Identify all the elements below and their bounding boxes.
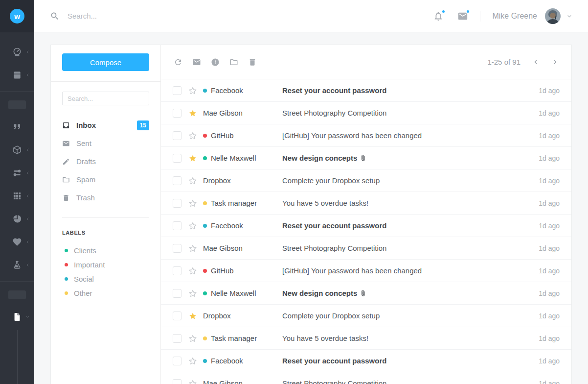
row-time: 1d ago <box>539 154 560 162</box>
folder-list: Inbox15SentDraftsSpamTrash <box>51 116 160 207</box>
row-checkbox[interactable] <box>173 266 181 275</box>
label-item-clients[interactable]: Clients <box>51 243 160 258</box>
report-spam-button[interactable] <box>211 58 220 67</box>
label-item-social[interactable]: Social <box>51 272 160 286</box>
row-sender-cell: Facebook <box>203 357 282 365</box>
row-star-filled-icon[interactable] <box>188 154 197 163</box>
row-checkbox[interactable] <box>173 312 181 320</box>
user-name[interactable]: Mike Greene <box>492 12 537 21</box>
row-star-outline-icon[interactable] <box>188 221 197 230</box>
row-star-filled-icon[interactable] <box>188 312 197 320</box>
labels-heading: LABELS <box>51 230 160 236</box>
row-checkbox[interactable] <box>173 199 181 208</box>
sidebar-item-drawer[interactable] <box>0 63 34 86</box>
folder-label: Spam <box>76 175 95 184</box>
sidebar-item-toggles[interactable] <box>0 161 34 184</box>
notifications-button[interactable] <box>433 11 444 22</box>
grid-icon <box>12 191 22 201</box>
row-star-outline-icon[interactable] <box>188 86 197 95</box>
search-icon[interactable] <box>50 11 60 21</box>
row-checkbox[interactable] <box>173 221 181 230</box>
row-checkbox[interactable] <box>173 109 181 118</box>
mail-row[interactable]: DropboxComplete your Dropbox setup1d ago <box>161 305 571 327</box>
cube-icon <box>12 145 22 155</box>
mail-row[interactable]: FacebookReset your account password1d ag… <box>161 350 571 372</box>
row-checkbox[interactable] <box>173 154 181 163</box>
row-checkbox[interactable] <box>173 176 181 185</box>
global-search-input[interactable] <box>68 12 204 20</box>
sidebar-item-quote[interactable] <box>0 115 34 138</box>
mail-row[interactable]: Mae GibsonStreet Photography Competition… <box>161 372 571 384</box>
delete-button[interactable] <box>248 58 257 67</box>
mail-row[interactable]: FacebookReset your account password1d ag… <box>161 79 571 102</box>
folder-label: Inbox <box>76 121 96 129</box>
row-checkbox[interactable] <box>173 357 181 365</box>
sidebar-item-gauge[interactable] <box>0 40 34 63</box>
row-sender-cell: Mae Gibson <box>203 109 282 117</box>
row-subject-text: You have 5 overdue tasks! <box>282 334 368 342</box>
avatar[interactable] <box>545 8 561 24</box>
row-checkbox[interactable] <box>173 379 181 384</box>
app-logo[interactable]: w <box>10 9 24 24</box>
sidebar-item-cube[interactable] <box>0 138 34 161</box>
row-star-outline-icon[interactable] <box>188 289 197 298</box>
row-star-outline-icon[interactable] <box>188 266 197 275</box>
row-star-outline-icon[interactable] <box>188 357 197 365</box>
sidebar-item-file[interactable] <box>0 305 34 328</box>
sidebar-item-pie[interactable] <box>0 207 34 230</box>
row-checkbox[interactable] <box>173 289 181 298</box>
row-star-outline-icon[interactable] <box>188 199 197 208</box>
drawer-icon <box>12 70 22 80</box>
row-star-outline-icon[interactable] <box>188 131 197 140</box>
row-subject-text: New design concepts <box>282 289 357 297</box>
label-item-other[interactable]: Other <box>51 286 160 300</box>
mail-search-input[interactable] <box>62 92 149 105</box>
sidebar-item-grid[interactable] <box>0 184 34 207</box>
row-star-filled-icon[interactable] <box>188 109 197 118</box>
mail-row[interactable]: Mae GibsonStreet Photography Competition… <box>161 237 571 260</box>
row-star-outline-icon[interactable] <box>188 176 197 185</box>
row-sender: Nelle Maxwell <box>211 289 256 297</box>
row-checkbox[interactable] <box>173 131 181 140</box>
pagination: 1-25 of 91 <box>487 58 559 66</box>
chevron-left-icon <box>25 49 30 54</box>
row-checkbox[interactable] <box>173 244 181 253</box>
messages-button[interactable] <box>457 11 468 22</box>
row-checkbox[interactable] <box>173 334 181 343</box>
row-subject: [GitHub] Your password has been changed <box>282 266 533 275</box>
folder-item-spam[interactable]: Spam <box>51 170 160 189</box>
refresh-button[interactable] <box>174 58 182 67</box>
mail-row[interactable]: Mae GibsonStreet Photography Competition… <box>161 102 571 124</box>
chevron-left-icon <box>25 216 30 221</box>
mail-row[interactable]: DropboxComplete your Dropbox setup1d ago <box>161 169 571 192</box>
compose-button[interactable]: Compose <box>62 53 149 71</box>
folder-item-drafts[interactable]: Drafts <box>51 152 160 170</box>
row-subject: Complete your Dropbox setup <box>282 176 533 185</box>
move-to-folder-button[interactable] <box>229 58 238 67</box>
row-label-dot <box>203 134 207 138</box>
mail-row[interactable]: Nelle MaxwellNew design concepts1d ago <box>161 282 571 305</box>
sidebar-item-heart[interactable] <box>0 230 34 253</box>
row-checkbox[interactable] <box>173 86 181 95</box>
mail-row[interactable]: GitHub[GitHub] Your password has been ch… <box>161 124 571 147</box>
row-star-outline-icon[interactable] <box>188 379 197 384</box>
user-menu-chevron-icon[interactable] <box>566 13 572 19</box>
folder-item-sent[interactable]: Sent <box>51 134 160 152</box>
mark-read-button[interactable] <box>192 58 201 67</box>
mail-row[interactable]: Task managerYou have 5 overdue tasks!1d … <box>161 192 571 215</box>
row-sender: Facebook <box>211 221 243 230</box>
prev-page-button[interactable] <box>532 58 540 66</box>
sidebar-item-flask[interactable] <box>0 253 34 276</box>
folder-item-inbox[interactable]: Inbox15 <box>51 116 160 134</box>
label-item-important[interactable]: Important <box>51 258 160 272</box>
mail-row[interactable]: Nelle MaxwellNew design concepts1d ago <box>161 147 571 169</box>
mail-row[interactable]: GitHub[GitHub] Your password has been ch… <box>161 260 571 282</box>
folder-item-trash[interactable]: Trash <box>51 189 160 207</box>
next-page-button[interactable] <box>551 58 559 66</box>
mail-row[interactable]: FacebookReset your account password1d ag… <box>161 215 571 237</box>
mail-row[interactable]: Task managerYou have 5 overdue tasks!1d … <box>161 327 571 350</box>
row-star-outline-icon[interactable] <box>188 244 197 253</box>
row-star-outline-icon[interactable] <box>188 334 197 343</box>
label-name: Important <box>74 261 105 269</box>
row-time: 1d ago <box>539 380 560 384</box>
